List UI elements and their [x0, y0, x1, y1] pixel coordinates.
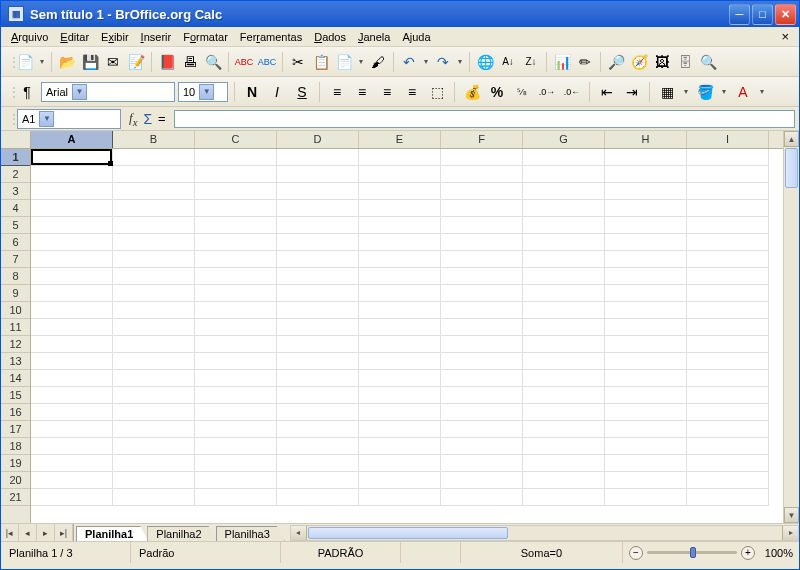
toolbar-grip[interactable]: ⋮ [5, 55, 13, 69]
cell[interactable] [195, 370, 277, 387]
cell[interactable] [441, 200, 523, 217]
cell[interactable] [687, 319, 769, 336]
cell[interactable] [195, 234, 277, 251]
styles-button[interactable]: ¶ [16, 81, 38, 103]
cell[interactable] [113, 234, 195, 251]
borders-button[interactable]: ▦ [656, 81, 678, 103]
cell[interactable] [277, 370, 359, 387]
cell[interactable] [523, 285, 605, 302]
cell[interactable] [523, 336, 605, 353]
cell[interactable] [687, 438, 769, 455]
cell[interactable] [31, 472, 113, 489]
cell[interactable] [31, 455, 113, 472]
cell[interactable] [523, 404, 605, 421]
cell[interactable] [359, 268, 441, 285]
name-box[interactable]: A1▼ [17, 109, 121, 129]
cell[interactable] [441, 234, 523, 251]
menu-inserir[interactable]: Inserir [135, 29, 178, 45]
fontcolor-button[interactable]: A [732, 81, 754, 103]
cut-button[interactable]: ✂ [287, 51, 309, 73]
cell[interactable] [605, 421, 687, 438]
cell[interactable] [687, 166, 769, 183]
cell[interactable] [113, 421, 195, 438]
cell[interactable] [441, 472, 523, 489]
cell[interactable] [523, 183, 605, 200]
cell[interactable] [359, 489, 441, 506]
cell[interactable] [195, 404, 277, 421]
cell[interactable] [31, 234, 113, 251]
cell[interactable] [195, 336, 277, 353]
cell[interactable] [359, 302, 441, 319]
cell[interactable] [605, 353, 687, 370]
cell[interactable] [113, 387, 195, 404]
cell[interactable] [195, 166, 277, 183]
cell[interactable] [523, 421, 605, 438]
row-header[interactable]: 19 [1, 455, 30, 472]
cell[interactable] [113, 166, 195, 183]
cell[interactable] [113, 217, 195, 234]
row-header[interactable]: 16 [1, 404, 30, 421]
cell[interactable] [687, 404, 769, 421]
remove-decimal-button[interactable]: .0← [561, 81, 583, 103]
cell[interactable] [277, 438, 359, 455]
zoom-value[interactable]: 100% [765, 547, 793, 559]
cell[interactable] [441, 149, 523, 166]
cell[interactable] [31, 183, 113, 200]
cell[interactable] [605, 472, 687, 489]
cell[interactable] [687, 302, 769, 319]
cell[interactable] [523, 302, 605, 319]
redo-dropdown[interactable]: ▾ [455, 57, 465, 66]
cell[interactable] [277, 251, 359, 268]
gallery-button[interactable]: 🖼 [651, 51, 673, 73]
scroll-down-button[interactable]: ▼ [784, 507, 799, 523]
row-header[interactable]: 1 [1, 149, 30, 166]
cell[interactable] [441, 217, 523, 234]
paste-dropdown[interactable]: ▾ [356, 57, 366, 66]
cell[interactable] [277, 353, 359, 370]
bgcolor-dropdown[interactable]: ▾ [719, 87, 729, 96]
column-header[interactable]: G [523, 131, 605, 148]
row-header[interactable]: 8 [1, 268, 30, 285]
zoom-in-button[interactable]: + [741, 546, 755, 560]
cell[interactable] [113, 285, 195, 302]
cell[interactable] [359, 455, 441, 472]
autospell-button[interactable]: ABC [256, 51, 278, 73]
cell[interactable] [605, 319, 687, 336]
menu-exibir[interactable]: Exibir [95, 29, 135, 45]
cell[interactable] [605, 489, 687, 506]
minimize-button[interactable]: ─ [729, 4, 750, 25]
show-draw-button[interactable]: ✏ [574, 51, 596, 73]
cell[interactable] [687, 370, 769, 387]
cell[interactable] [605, 268, 687, 285]
sheet-tab[interactable]: Planilha3 [216, 526, 285, 541]
row-header[interactable]: 2 [1, 166, 30, 183]
cell[interactable] [687, 455, 769, 472]
zoom-out-button[interactable]: − [629, 546, 643, 560]
cell[interactable] [113, 370, 195, 387]
menu-formatar[interactable]: Formatar [177, 29, 234, 45]
cell[interactable] [277, 166, 359, 183]
redo-button[interactable]: ↷ [432, 51, 454, 73]
copy-button[interactable]: 📋 [310, 51, 332, 73]
bold-button[interactable]: N [241, 81, 263, 103]
cell[interactable] [113, 472, 195, 489]
cell[interactable] [605, 404, 687, 421]
column-header[interactable]: F [441, 131, 523, 148]
cell[interactable] [113, 353, 195, 370]
cell[interactable] [195, 217, 277, 234]
currency-button[interactable]: 💰 [461, 81, 483, 103]
cell[interactable] [441, 404, 523, 421]
cell[interactable] [113, 319, 195, 336]
insert-mode-status[interactable]: PADRÃO [281, 542, 401, 563]
close-button[interactable]: ✕ [775, 4, 796, 25]
cell[interactable] [605, 251, 687, 268]
cell[interactable] [523, 438, 605, 455]
hyperlink-button[interactable]: 🌐 [474, 51, 496, 73]
cell[interactable] [195, 438, 277, 455]
cell[interactable] [195, 302, 277, 319]
cell[interactable] [605, 183, 687, 200]
scroll-thumb[interactable] [785, 148, 798, 188]
select-all-corner[interactable] [1, 131, 31, 149]
cell[interactable] [441, 353, 523, 370]
cell[interactable] [441, 489, 523, 506]
